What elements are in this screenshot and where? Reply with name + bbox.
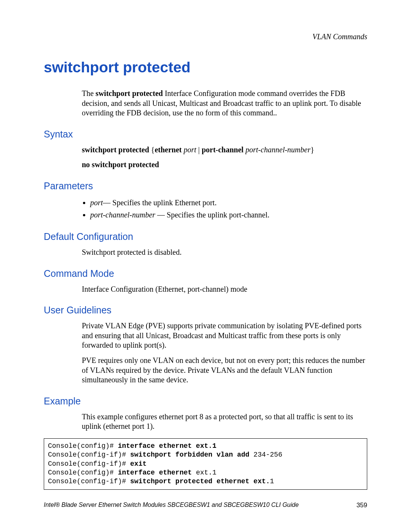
syntax-brace-open: { [149,145,155,154]
code-cmd: exit [130,460,147,468]
parameters-heading: Parameters [44,181,367,192]
syntax-heading: Syntax [44,129,367,140]
code-cmd: interface ethernet [118,469,196,476]
param-term: port-channel-number [90,211,155,219]
code-prompt: Console(config)# [48,442,118,450]
code-prompt: Console(config-if)# [48,460,130,468]
parameters-body: port— Specifies the uplink Ethernet port… [82,197,367,220]
syntax-kw-portchannel: port-channel [202,145,244,154]
code-arg: 1 [270,478,274,485]
syntax-arg-pcnum: port-channel-number [245,145,311,154]
example-code-box: Console(config)# interface ethernet ext.… [44,438,367,490]
user-guidelines-p2: PVE requires only one VLAN on each devic… [82,356,367,385]
code-line: Console(config)# interface ethernet ext.… [48,468,363,477]
syntax-cmd: switchport protected [82,145,149,154]
code-cmd: switchport forbidden vlan add [130,451,253,459]
user-guidelines-body: Private VLAN Edge (PVE) supports private… [82,321,367,385]
code-arg: ext.1 [196,469,217,476]
syntax-pipe: | [196,145,202,154]
page-title: switchport protected [44,59,367,76]
list-item: port-channel-number — Specifies the upli… [90,209,367,220]
command-mode-body: Interface Configuration (Ethernet, port-… [82,284,367,294]
footer-left: Intel® Blade Server Ethernet Switch Modu… [44,502,299,509]
default-config-body: Switchport protected is disabled. [82,248,367,257]
command-mode-heading: Command Mode [44,268,367,279]
page: VLAN Commands switchport protected The s… [0,0,411,532]
command-mode-text: Interface Configuration (Ethernet, port-… [82,284,367,294]
param-term: port [90,198,103,207]
code-line: Console(config)# interface ethernet ext.… [48,442,363,451]
syntax-kw-ethernet: ethernet [155,145,182,154]
page-footer: Intel® Blade Server Ethernet Switch Modu… [44,502,367,509]
syntax-body: switchport protected {ethernet port | po… [82,145,367,170]
syntax-line-1: switchport protected {ethernet port | po… [82,145,367,155]
code-cmd: switchport protected ethernet ext. [130,478,270,485]
list-item: port— Specifies the uplink Ethernet port… [90,197,367,208]
default-config-text: Switchport protected is disabled. [82,248,367,257]
intro-paragraph: The switchport protected Interface Confi… [82,89,367,118]
intro-bold: switchport protected [96,89,163,97]
code-line: Console(config-if)# switchport forbidden… [48,451,363,459]
code-prompt: Console(config)# [48,469,118,476]
param-desc: — Specifies the uplink Ethernet port. [103,198,217,207]
syntax-arg-port: port [184,145,196,154]
example-body: This example configures ethernet port 8 … [82,412,367,431]
code-prompt: Console(config-if)# [48,478,130,485]
running-header: VLAN Commands [312,32,367,41]
syntax-brace-close: } [311,145,314,154]
code-prompt: Console(config-if)# [48,451,130,459]
example-intro: This example configures ethernet port 8 … [82,412,367,431]
syntax-line-2: no switchport protected [82,160,367,170]
user-guidelines-p1: Private VLAN Edge (PVE) supports private… [82,321,367,350]
intro-pre: The [82,89,96,97]
parameters-list: port— Specifies the uplink Ethernet port… [90,197,367,220]
code-cmd: interface ethernet ext.1 [118,442,217,450]
example-heading: Example [44,396,367,407]
code-line: Console(config-if)# exit [48,460,363,468]
param-desc: — Specifies the uplink port-channel. [155,211,269,219]
code-arg: 234-256 [253,451,282,459]
footer-page-number: 359 [357,502,367,509]
user-guidelines-heading: User Guidelines [44,305,367,316]
code-line: Console(config-if)# switchport protected… [48,477,363,486]
default-config-heading: Default Configuration [44,231,367,242]
